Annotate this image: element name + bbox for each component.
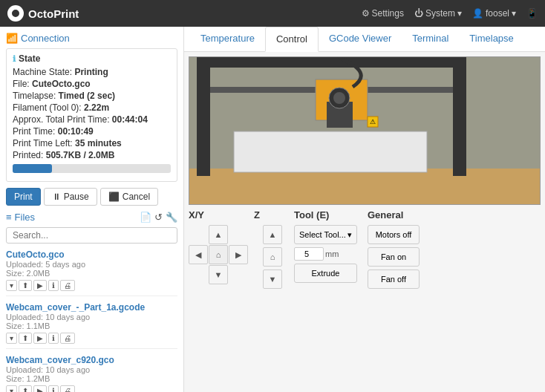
file-info-1[interactable]: ℹ (48, 333, 59, 344)
file-info-2[interactable]: ℹ (48, 385, 59, 392)
refresh-icon[interactable]: ↺ (154, 212, 163, 223)
tab-timelapse[interactable]: Timelapse (459, 27, 523, 51)
file-print-2[interactable]: ▶ (33, 385, 47, 392)
machine-state-row: Machine State: Printing (13, 67, 171, 77)
progress-bar-fill (13, 164, 52, 173)
file-dropdown-2[interactable]: ▾ (6, 385, 17, 392)
list-item: Webcam_cover_-_Part_1a.gcode Uploaded: 1… (6, 302, 177, 349)
file-upload-2[interactable]: ⬆ (19, 385, 32, 392)
file-actions-1: ▾ ⬆ ▶ ℹ 🖨 (6, 333, 177, 344)
z-down-button[interactable]: ▼ (263, 270, 282, 289)
list-icon: ≡ (6, 212, 12, 223)
tab-content-control: ⚠ X/Y Z Tool (E) General (184, 52, 545, 392)
user-nav[interactable]: 👤 foosel ▾ (472, 8, 516, 19)
tool-controls: Select Tool... ▾ mm Extrude (294, 225, 365, 283)
print-time-row: Print Time: 00:10:49 (13, 126, 171, 137)
fan-off-button[interactable]: Fan off (368, 270, 420, 289)
list-item: CuteOcto.gco Uploaded: 5 days ago Size: … (6, 249, 177, 296)
new-file-icon[interactable]: 📄 (140, 212, 151, 223)
printed-row: Printed: 505.7KB / 2.0MB (13, 150, 171, 160)
settings-icon[interactable]: 🔧 (166, 212, 177, 223)
svg-text:⚠: ⚠ (370, 118, 376, 125)
fan-on-button[interactable]: Fan on (368, 247, 420, 267)
file-actions-0: ▾ ⬆ ▶ ℹ 🖨 (6, 280, 177, 291)
file-meta-2: Uploaded: 10 days ago (6, 365, 177, 374)
progress-bar-wrap (13, 164, 171, 173)
header: OctoPrint ⚙ Settings ⏻ System ▾ 👤 foosel… (0, 0, 545, 27)
z-up-button[interactable]: ▲ (263, 225, 282, 244)
connection-label: Connection (21, 33, 70, 44)
settings-nav[interactable]: ⚙ Settings (362, 8, 404, 19)
file-row: File: CuteOcto.gco (13, 79, 171, 89)
printer-camera-feed: ⚠ (189, 56, 541, 205)
xy-header: X/Y (189, 209, 251, 220)
xy-grid: ▲ ◀ ⌂ ▶ ▼ (189, 225, 251, 284)
mm-input[interactable] (294, 247, 324, 261)
sidebar: 📶 Connection ℹ State Machine State: Prin… (0, 27, 184, 392)
file-actions-2: ▾ ⬆ ▶ ℹ 🖨 (6, 385, 177, 392)
content-area: Temperature Control GCode Viewer Termina… (184, 27, 545, 392)
files-section-title[interactable]: ≡ Files (6, 212, 35, 223)
xy-controls: ▲ ◀ ⌂ ▶ ▼ (189, 225, 251, 284)
xy-down-button[interactable]: ▼ (209, 265, 228, 284)
printer-image-svg: ⚠ (189, 57, 540, 205)
print-button[interactable]: Print (6, 188, 41, 206)
extrude-button[interactable]: Extrude (294, 264, 357, 283)
tab-temperature[interactable]: Temperature (190, 27, 265, 51)
xy-home-button[interactable]: ⌂ (209, 245, 228, 264)
system-nav[interactable]: ⏻ System ▾ (414, 8, 462, 19)
print-controls: Print ⏸ Pause ⬛ Cancel (6, 188, 177, 206)
svg-rect-1 (189, 169, 540, 205)
svg-rect-3 (453, 57, 466, 176)
mm-label: mm (325, 249, 339, 258)
tab-gcode-viewer[interactable]: GCode Viewer (319, 27, 402, 51)
file-size-0: Size: 2.0MB (6, 269, 177, 278)
motors-off-button[interactable]: Motors off (368, 225, 420, 244)
xy-right-button[interactable]: ▶ (229, 245, 248, 264)
signal-icon: 📶 (6, 33, 18, 44)
file-meta-1: Uploaded: 10 days ago (6, 313, 177, 321)
file-delete-0[interactable]: 🖨 (60, 280, 75, 291)
file-name-2[interactable]: Webcam_cover_c920.gco (6, 355, 177, 365)
search-input[interactable] (6, 227, 177, 244)
tab-control[interactable]: Control (265, 27, 319, 52)
filament-row: Filament (Tool 0): 2.22m (13, 102, 171, 113)
app-title: OctoPrint (28, 7, 79, 20)
approx-row: Approx. Total Print Time: 00:44:04 (13, 114, 171, 125)
select-tool-button[interactable]: Select Tool... ▾ (294, 225, 357, 244)
tab-terminal[interactable]: Terminal (402, 27, 459, 51)
files-label: Files (15, 212, 35, 223)
file-delete-1[interactable]: 🖨 (60, 333, 75, 344)
file-delete-2[interactable]: 🖨 (60, 385, 75, 392)
dropdown-arrow-icon: ▾ (347, 230, 352, 240)
svg-rect-6 (234, 131, 427, 172)
control-inputs: ▲ ◀ ⌂ ▶ ▼ ▲ ⌂ ▼ (189, 225, 541, 289)
file-upload-1[interactable]: ⬆ (19, 333, 32, 344)
pause-button[interactable]: ⏸ Pause (44, 188, 97, 206)
control-headers: X/Y Z Tool (E) General (189, 209, 541, 220)
file-size-2: Size: 1.2MB (6, 374, 177, 383)
file-name-1[interactable]: Webcam_cover_-_Part_1a.gcode (6, 302, 177, 313)
list-item: Webcam_cover_c920.gco Uploaded: 10 days … (6, 355, 177, 392)
file-info-0[interactable]: ℹ (48, 280, 59, 291)
xy-left-button[interactable]: ◀ (189, 245, 208, 264)
xy-up-button[interactable]: ▲ (209, 225, 228, 244)
file-upload-0[interactable]: ⬆ (19, 280, 32, 291)
tab-bar: Temperature Control GCode Viewer Termina… (184, 27, 545, 52)
file-name-0[interactable]: CuteOcto.gco (6, 249, 177, 260)
file-print-1[interactable]: ▶ (33, 333, 47, 344)
file-size-1: Size: 1.1MB (6, 321, 177, 330)
file-list: CuteOcto.gco Uploaded: 5 days ago Size: … (6, 249, 177, 392)
mm-input-row: mm (294, 247, 365, 261)
z-home-button[interactable]: ⌂ (263, 247, 282, 267)
files-header: ≡ Files 📄 ↺ 🔧 (6, 212, 177, 223)
main-layout: 📶 Connection ℹ State Machine State: Prin… (0, 27, 545, 392)
file-dropdown-0[interactable]: ▾ (6, 280, 17, 291)
file-dropdown-1[interactable]: ▾ (6, 333, 17, 344)
cancel-button[interactable]: ⬛ Cancel (100, 188, 158, 206)
mobile-icon[interactable]: 📱 (526, 8, 538, 19)
svg-rect-4 (197, 57, 466, 68)
camera-section: ⚠ X/Y Z Tool (E) General (189, 56, 541, 388)
connection-section[interactable]: 📶 Connection (6, 33, 177, 44)
file-print-0[interactable]: ▶ (33, 280, 47, 291)
